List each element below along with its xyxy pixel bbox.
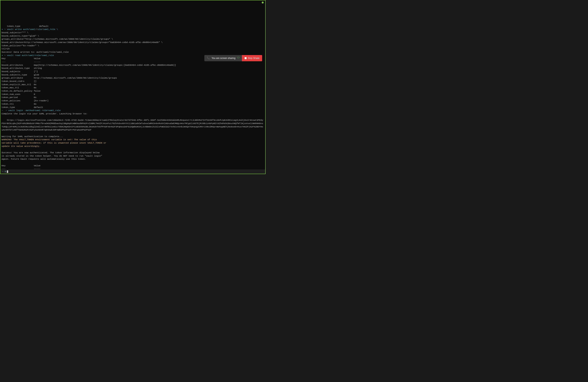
stop-share-button[interactable]: Stop Share xyxy=(242,55,262,61)
line-complete-login: Complete the login via your SAML provide… xyxy=(1,112,87,115)
line-key-value-header: Key Value --- ----- bound_attributes map… xyxy=(1,57,176,108)
line-token-type-default: token_type default xyxy=(7,25,49,27)
shell-prompt: ~ $ xyxy=(2,170,6,173)
line-blank2: Success! You are now authenticated. The … xyxy=(1,151,102,170)
bottom-bar: ~ $ xyxy=(0,170,265,174)
phone-icon: 📞 xyxy=(207,56,210,60)
line-waiting: Waiting for SAML authentication to compl… xyxy=(1,135,63,138)
line-warning1: WARNING! The VAULT_TOKEN environment var… xyxy=(1,138,106,147)
line-vault-write: ✦ ~ vault write auth/saml/role/saml_role… xyxy=(1,28,58,31)
stop-icon xyxy=(245,57,247,59)
screen-share-label: You are screen sharing xyxy=(211,57,235,60)
line-vault-login: → ~ vault login -method=saml role=saml_r… xyxy=(1,109,61,112)
screen-share-text-area: 📞 You are screen sharing 🛡 xyxy=(204,55,242,61)
shield-icon: 🛡 xyxy=(237,56,240,60)
line-saml-url: https://login.microsoftonline.com/c68a39… xyxy=(1,119,263,131)
terminal-content: 📞 You are screen sharing 🛡 Stop Share to… xyxy=(1,8,264,174)
line-bound-subjects: bound_subjects="*" \ bound_subjects_type… xyxy=(1,31,163,53)
terminal-window: 📞 You are screen sharing 🛡 Stop Share to… xyxy=(0,0,265,174)
cursor xyxy=(7,170,8,173)
line-vault-read: ✦ ~ vault read auth/saml/role/saml_role xyxy=(1,54,54,57)
stop-share-label: Stop Share xyxy=(248,57,259,60)
screen-share-banner: 📞 You are screen sharing 🛡 Stop Share xyxy=(204,55,262,61)
status-indicator xyxy=(262,1,264,3)
